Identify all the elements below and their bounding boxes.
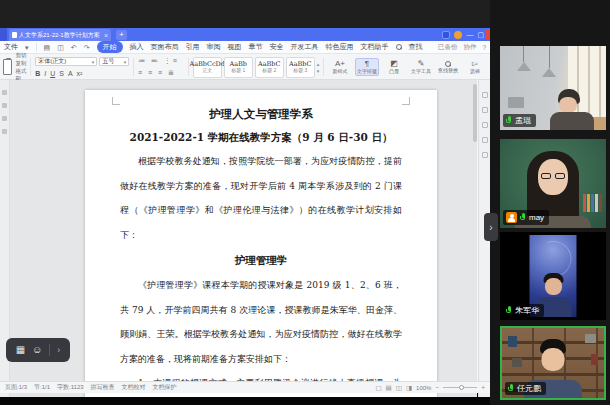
menu-references[interactable]: 引用 bbox=[186, 42, 200, 52]
participant-video-tile[interactable]: may bbox=[500, 139, 606, 228]
menu-doc-assistant[interactable]: 文档助手 bbox=[361, 42, 389, 52]
print-icon[interactable] bbox=[57, 44, 64, 51]
style-heading2[interactable]: AaBbC 标题 2 bbox=[255, 57, 284, 78]
zoom-level[interactable]: 100% bbox=[416, 385, 431, 391]
menu-security[interactable]: 安全 bbox=[270, 42, 284, 52]
menu-insert[interactable]: 插入 bbox=[130, 42, 144, 52]
redo-icon[interactable] bbox=[84, 44, 90, 51]
participant-video-tile[interactable]: 朱军华 bbox=[500, 232, 606, 320]
zoom-slider-knob[interactable] bbox=[459, 385, 464, 390]
participant-video-tile-speaking[interactable]: 任元鹏 bbox=[500, 326, 606, 400]
list-and-indent-icons[interactable]: ≔ ≕ ⋮≡ bbox=[138, 57, 184, 65]
superscript-button[interactable]: x² bbox=[77, 70, 83, 77]
style-normal[interactable]: AaBbCcDd 正文 bbox=[193, 57, 222, 78]
status-proofread[interactable]: 文档校对 bbox=[122, 383, 146, 392]
eye-protect-icon[interactable]: ◨ bbox=[406, 384, 412, 392]
right-strip-icon[interactable] bbox=[482, 137, 488, 143]
menu-dev-tools[interactable]: 开发工具 bbox=[291, 42, 319, 52]
screen-share-stage: 人文学系21-22-1教学计划方案 × + — ▢ 文件 开始 插入 页面布局 bbox=[0, 0, 610, 405]
view-mode-icon[interactable]: ▢ bbox=[375, 384, 381, 392]
right-strip-icon[interactable] bbox=[482, 122, 488, 128]
cut-button[interactable]: 剪切 bbox=[15, 52, 26, 59]
maximize-button[interactable]: ▢ bbox=[477, 30, 484, 39]
tab-close-icon[interactable]: × bbox=[104, 32, 108, 39]
document-tab[interactable]: 人文学系21-22-1教学计划方案 × bbox=[9, 29, 111, 41]
new-style-button[interactable]: 新样式 bbox=[328, 59, 352, 75]
margin-mark bbox=[112, 97, 120, 105]
apps-grid-icon[interactable] bbox=[16, 345, 25, 355]
status-spellcheck[interactable]: 拼写检查 bbox=[91, 383, 115, 392]
left-strip-icon[interactable] bbox=[2, 103, 7, 108]
zoom-slider[interactable] bbox=[443, 387, 477, 388]
backup-status[interactable]: 已备份 bbox=[438, 43, 458, 52]
person-body bbox=[550, 112, 594, 130]
menu-page-layout[interactable]: 页面布局 bbox=[151, 42, 179, 52]
menu-home[interactable]: 开始 bbox=[97, 41, 123, 53]
menu-file[interactable]: 文件 bbox=[4, 42, 18, 52]
left-strip-icon[interactable] bbox=[2, 129, 7, 134]
glasses bbox=[540, 173, 566, 180]
paragraph-group: ≔ ≕ ⋮≡ ≡ ≡ ≡ ≣ bbox=[138, 57, 184, 77]
vertical-scrollbar-thumb[interactable] bbox=[473, 84, 477, 142]
menu-section[interactable]: 章节 bbox=[249, 42, 263, 52]
search-icon[interactable] bbox=[396, 44, 402, 50]
chevron-down-icon[interactable] bbox=[25, 44, 29, 51]
right-strip-icon[interactable] bbox=[482, 107, 488, 113]
menu-view[interactable]: 视图 bbox=[228, 42, 242, 52]
bold-button[interactable]: B bbox=[35, 70, 40, 77]
sidebar-collapse-handle[interactable]: › bbox=[484, 213, 498, 241]
highlight-button[interactable]: 凸显 bbox=[382, 59, 406, 75]
emoji-icon[interactable] bbox=[32, 345, 42, 355]
document-icon bbox=[12, 32, 17, 38]
underline-button[interactable]: U bbox=[50, 70, 55, 77]
copy-button[interactable]: 复制 bbox=[15, 60, 26, 67]
find-replace-button[interactable]: 查找替换 bbox=[436, 60, 460, 74]
status-protect[interactable]: 文档保护 bbox=[153, 383, 177, 392]
text-layout-icon bbox=[365, 60, 369, 68]
alignment-icons[interactable]: ≡ ≡ ≡ ≣ bbox=[138, 69, 184, 77]
status-wordcount[interactable]: 字数:1123 bbox=[57, 383, 84, 392]
paste-icon[interactable] bbox=[3, 59, 12, 75]
menu-review[interactable]: 审阅 bbox=[207, 42, 221, 52]
right-strip-icon[interactable] bbox=[482, 92, 488, 98]
font-name-select[interactable]: 宋体(正文) ▾ bbox=[35, 57, 97, 66]
document-paragraph: 《护理管理学》课程本学期的授课对象是 2019 级 1、2、6 班，共 79 人… bbox=[120, 273, 402, 371]
text-layout-button[interactable]: 文字排版 bbox=[355, 58, 379, 76]
outline-view-icon[interactable]: ▤ bbox=[386, 384, 392, 392]
ribbon-toolbar: 剪切 复制 格式刷 宋体(正文) ▾ 五号 ▾ bbox=[0, 55, 490, 80]
zoom-out-button[interactable]: − bbox=[435, 384, 439, 391]
document-page[interactable]: 护理人文与管理学系 2021-2022-1 学期在线教学方案（9 月 6 日-3… bbox=[85, 90, 437, 397]
styles-gallery-scroll[interactable]: ▴▾ bbox=[317, 61, 320, 74]
style-heading3[interactable]: AaBbC 标题 3 bbox=[286, 57, 315, 78]
shelf-book bbox=[512, 358, 522, 367]
font-size-select[interactable]: 五号 ▾ bbox=[99, 57, 129, 66]
text-tools-button[interactable]: 文字工具 bbox=[409, 59, 433, 75]
new-tab-button[interactable]: + bbox=[116, 30, 127, 40]
style-label: 正文 bbox=[202, 68, 212, 73]
left-strip-icon[interactable] bbox=[2, 90, 7, 95]
bookshelf bbox=[583, 194, 602, 212]
user-avatar[interactable] bbox=[454, 31, 462, 39]
select-button[interactable]: 选择 bbox=[463, 59, 487, 75]
app-account-icon[interactable] bbox=[442, 31, 450, 39]
page-view-icon[interactable]: ◫ bbox=[396, 384, 402, 392]
save-icon[interactable] bbox=[44, 44, 51, 51]
menu-find[interactable]: 查找 bbox=[409, 42, 423, 52]
participant-video-tile[interactable]: 孟琨 bbox=[500, 46, 606, 130]
menu-special-apps[interactable]: 特色应用 bbox=[326, 42, 354, 52]
desk-monitor bbox=[508, 97, 524, 108]
help-button[interactable]: ? bbox=[482, 44, 486, 51]
undo-icon[interactable] bbox=[71, 44, 77, 51]
dock-expand-chevron-icon[interactable]: › bbox=[57, 346, 60, 355]
minimize-button[interactable]: — bbox=[466, 30, 473, 39]
home-tab-fragment[interactable] bbox=[0, 28, 7, 41]
right-strip-icon[interactable] bbox=[482, 152, 488, 158]
meeting-floating-dock[interactable]: › bbox=[6, 338, 70, 362]
collaborate-button[interactable]: 协作 bbox=[463, 43, 476, 52]
strikethrough-button[interactable]: S bbox=[59, 70, 64, 77]
left-strip-icon[interactable] bbox=[2, 116, 7, 121]
style-heading1[interactable]: AaBb 标题 1 bbox=[224, 57, 253, 78]
zoom-in-button[interactable]: + bbox=[481, 384, 485, 391]
italic-button[interactable]: I bbox=[44, 70, 46, 77]
font-color-button[interactable]: A bbox=[68, 70, 73, 77]
